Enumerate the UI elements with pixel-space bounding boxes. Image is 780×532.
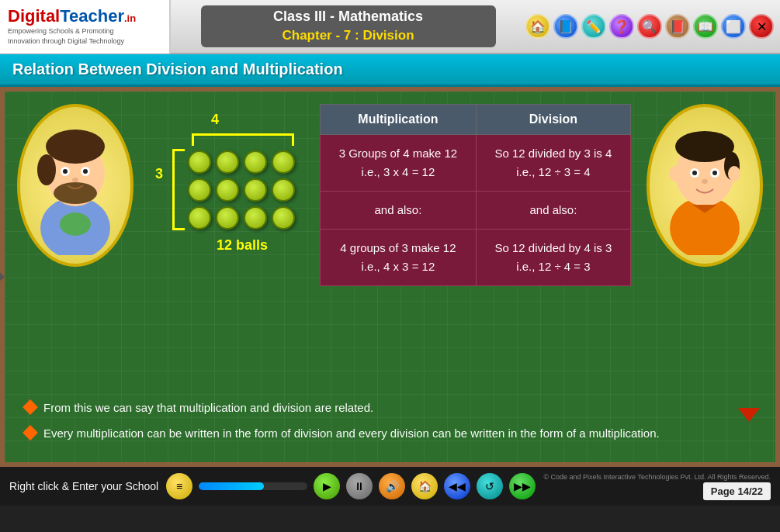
ball-12 [272,206,295,230]
bullet-item-2: Every multiplication can be written in t… [25,425,763,443]
ball-7 [244,178,267,202]
progress-bar-container [199,482,307,490]
svg-point-8 [83,169,88,174]
bullet-text-1: From this we can say that multiplication… [43,399,373,417]
logo-line2: Innovation through Digital Technology [8,36,161,47]
footer-menu-btn[interactable]: ≡ [166,473,192,499]
footer-home-btn[interactable]: 🏠 [411,473,438,499]
chapter-title-line2: Chapter - 7 : Division [201,26,496,47]
toolbar: 🏠 📘 ✏️ ❓ 🔍 📕 📖 ⬜ ✕ [525,14,780,39]
svg-point-11 [60,212,91,236]
relation-table: Multiplication Division 3 Groups of 4 ma… [320,104,631,286]
ball-1 [188,150,211,174]
balls-grid [188,150,296,231]
footer-volume-btn[interactable]: 🔊 [379,473,405,499]
bullet-diamond-2 [23,425,38,440]
ball-6 [216,178,239,202]
cell-mult-3: 4 groups of 3 make 12i.e., 4 x 3 = 12 [321,230,477,286]
bullet-item-1: From this we can say that multiplication… [25,399,763,417]
left-arrow[interactable] [0,268,5,286]
brace-top [192,133,294,146]
footer-school-text: Right click & Enter your School [9,480,158,492]
cell-mult-2: and also: [321,192,477,230]
section-title: Relation Between Division and Multiplica… [12,60,343,78]
ball-11 [244,206,267,230]
svg-point-6 [63,169,68,174]
logo-digital: Digital [8,6,60,26]
footer-controls: ≡ ▶ ⏸ 🔊 🏠 ◀◀ ↺ ▶▶ [166,473,536,499]
diagram-area: 4 3 12 balls [149,104,304,269]
ball-9 [188,206,211,230]
table-row-2: and also: and also: [321,192,631,230]
chapter-title-line1: Class III - Mathematics [201,5,496,26]
page-label: Page [711,485,735,497]
brace-label-3: 3 [155,166,163,182]
character-right [647,104,763,267]
footer-pause-btn[interactable]: ⏸ [346,473,373,499]
logo-tld: .in [124,12,136,24]
character-left [17,104,133,267]
toolbar-search-btn[interactable]: 🔍 [637,14,662,39]
info-bullets: From this we can say that multiplication… [17,393,763,450]
svg-point-3 [46,130,105,164]
ball-10 [216,206,239,230]
bullet-text-2: Every multiplication can be written in t… [43,425,660,443]
page-indicator: Page 14/22 [703,482,771,500]
toolbar-book2-btn[interactable]: 📖 [693,14,718,39]
footer-play-btn[interactable]: ▶ [314,473,340,499]
progress-bar-fill [199,482,264,490]
table-wrapper: Multiplication Division 3 Groups of 4 ma… [320,104,631,286]
svg-point-22 [669,166,681,181]
col-multiplication-header: Multiplication [321,105,477,135]
svg-point-4 [37,154,56,185]
svg-point-21 [702,179,708,184]
toolbar-help-btn[interactable]: ❓ [609,14,634,39]
ball-4 [272,150,295,174]
toolbar-home-btn[interactable]: 🏠 [525,14,550,39]
cell-div-2: and also: [476,192,630,230]
toolbar-book-btn[interactable]: 📘 [553,14,578,39]
main-content: 4 3 12 balls [0,87,780,467]
ball-5 [188,178,211,202]
svg-point-20 [712,171,717,175]
content-top: 4 3 12 balls [17,104,763,384]
footer-prev-btn[interactable]: ◀◀ [444,473,470,499]
logo-area: DigitalTeacher.in Empowering Schools & P… [0,0,171,54]
logo-teacher: Teacher [60,6,124,26]
header: DigitalTeacher.in Empowering Schools & P… [0,0,780,54]
footer-refresh-btn[interactable]: ↺ [477,473,503,499]
svg-point-9 [72,178,78,182]
toolbar-edit-btn[interactable]: ✏️ [581,14,606,39]
col-division-header: Division [476,105,630,135]
svg-point-18 [692,171,697,175]
table-row-3: 4 groups of 3 make 12i.e., 4 x 3 = 12 So… [321,230,631,286]
down-arrow-indicator [738,408,760,422]
ball-3 [244,150,267,174]
balls-label: 12 balls [188,237,296,254]
svg-point-15 [675,131,734,162]
title-area: Class III - Mathematics Chapter - 7 : Di… [171,5,525,47]
table-row-1: 3 Groups of 4 make 12i.e., 3 x 4 = 12 So… [321,135,631,192]
ball-8 [272,178,295,202]
footer-next-btn[interactable]: ▶▶ [509,473,536,499]
cell-mult-1: 3 Groups of 4 make 12i.e., 3 x 4 = 12 [321,135,477,192]
page-number: 14/22 [737,485,763,497]
toolbar-screen-btn[interactable]: ⬜ [721,14,746,39]
svg-point-23 [728,166,740,181]
toolbar-close-btn[interactable]: ✕ [749,14,774,39]
cell-div-1: So 12 divided by 3 is 4i.e., 12 ÷ 3 = 4 [476,135,630,192]
section-bar: Relation Between Division and Multiplica… [0,54,780,87]
logo-subtitle: Empowering Schools & Promoting Innovatio… [8,26,161,46]
footer: Right click & Enter your School ≡ ▶ ⏸ 🔊 … [0,467,780,506]
logo-line1: Empowering Schools & Promoting [8,26,161,36]
brace-label-4: 4 [211,112,219,128]
logo-title: DigitalTeacher.in [8,6,161,26]
svg-point-10 [54,182,97,204]
cell-div-3: So 12 divided by 4 is 3i.e., 12 ÷ 4 = 3 [476,230,630,286]
ball-2 [216,150,239,174]
brace-left [172,149,185,230]
footer-copyright: © Code and Pixels Interactive Technologi… [543,473,771,481]
toolbar-doc-btn[interactable]: 📕 [665,14,690,39]
bullet-diamond-1 [23,399,38,415]
